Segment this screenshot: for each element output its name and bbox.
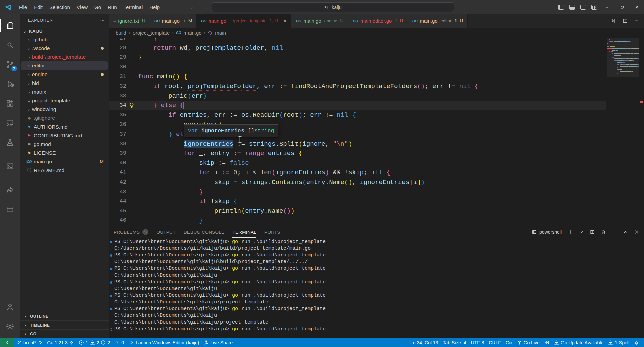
code-text[interactable]: } (138, 216, 203, 226)
split-terminal[interactable] (590, 229, 595, 235)
tree-item-readme.md[interactable]: ⓘREADME.md (21, 166, 108, 175)
kill-terminal[interactable] (601, 229, 606, 235)
tree-item-.vscode[interactable]: ›.vscode (21, 44, 108, 53)
command-decoration-icon[interactable] (110, 281, 112, 284)
breadcrumb-item[interactable]: main.go (183, 30, 201, 36)
status-eol[interactable]: CRLF (486, 340, 503, 345)
activity-live-share[interactable] (2, 182, 18, 198)
code-text[interactable]: skip = strings.Contains(entry.Name(), ig… (138, 178, 425, 187)
menu-edit[interactable]: Edit (31, 0, 46, 14)
activity-testing[interactable] (2, 134, 18, 150)
activity-extensions[interactable] (2, 95, 18, 111)
code-line-41[interactable]: 41 for i := 0; i < len(ignoreEntries) &&… (109, 168, 606, 178)
tree-item-go.mod[interactable]: ≡go.mod (21, 140, 108, 149)
customize-layout-icon[interactable] (591, 5, 597, 10)
code-text[interactable]: skip := false (138, 158, 249, 168)
code-text[interactable]: func main() { (138, 72, 187, 82)
terminal-picker[interactable] (579, 229, 584, 235)
code-text[interactable]: for _, entry := range entries { (138, 149, 302, 158)
tab-main-go-2[interactable]: GOmain.go...\project_template1, U✕ (197, 14, 291, 28)
section-go[interactable]: ›GO (20, 329, 109, 338)
tree-item-main.go[interactable]: GOmain.goM (21, 157, 108, 166)
code-text[interactable]: } el (138, 130, 184, 139)
section-outline[interactable]: ›OUTLINE (20, 312, 109, 320)
tree-item-license[interactable]: ⚑LICENSE (21, 149, 108, 157)
menu-go[interactable]: Go (91, 0, 104, 14)
menu-view[interactable]: View (73, 0, 91, 14)
status-go-version[interactable]: Go 1.21.3 (45, 338, 76, 347)
code-line-40[interactable]: 40 skip := false (109, 158, 606, 168)
command-decoration-icon[interactable] (110, 295, 112, 297)
more-actions[interactable] (612, 229, 617, 235)
command-decoration-icon[interactable] (110, 328, 112, 331)
breadcrumb[interactable]: build›project_template›GOmain.go›main (109, 28, 644, 38)
tree-item-build-project-template[interactable]: ›build \ project_template (21, 53, 108, 61)
breadcrumb-item[interactable]: main (215, 30, 226, 36)
activity-run-debug[interactable] (2, 76, 18, 92)
code-line-46[interactable]: 46 } (109, 216, 606, 226)
tab-ignore-txt-0[interactable]: ≡ignore.txtU (109, 14, 150, 28)
tab-main-go-5[interactable]: GOmain.goeditor1, U (408, 14, 468, 28)
code-line-31[interactable]: 31func main() { (109, 72, 606, 82)
breadcrumb-item[interactable]: build (116, 30, 126, 36)
toggle-sidebar-icon[interactable] (558, 5, 564, 10)
tab-main-go-1[interactable]: GOmain.go.\M (150, 14, 197, 28)
code-line-37[interactable]: 37 } el (109, 130, 606, 139)
code-line-32[interactable]: 32 if root, projTemplateFolder, err := f… (109, 82, 606, 91)
panel-tab-terminal[interactable]: TERMINAL (232, 226, 256, 238)
remote-indicator[interactable] (0, 338, 14, 347)
activity-source-control[interactable]: 7 (2, 56, 18, 72)
code-text[interactable]: println(entry.Name()) (138, 206, 295, 216)
tree-item-editor[interactable]: ›editor (21, 61, 108, 70)
code-line-34[interactable]: 34 } else { (109, 101, 606, 110)
code-line-42[interactable]: 42 skip = strings.Contains(entry.Name(),… (109, 178, 606, 187)
status-indentation[interactable]: Tab Size: 4 (440, 340, 468, 345)
activity-remote-explorer[interactable] (2, 115, 18, 131)
activity-search[interactable] (2, 37, 18, 53)
status-encoding[interactable]: UTF-8 (469, 340, 487, 345)
command-center-search[interactable]: kaiju (212, 2, 454, 12)
activity-custom-view[interactable] (2, 201, 18, 217)
code-line-39[interactable]: 39 for _, entry := range entries { (109, 149, 606, 158)
code-text[interactable]: return wd, projTemplateFolder, nil (138, 43, 283, 53)
activity-accounts[interactable] (2, 299, 18, 315)
status-live-share[interactable]: Live Share (201, 338, 235, 347)
close-panel[interactable] (634, 229, 639, 235)
tree-item-contributing.md[interactable]: ⚑CONTRIBUTING.md (21, 131, 108, 140)
menu-help[interactable]: Help (146, 0, 163, 14)
panel-tab-problems[interactable]: PROBLEMS5 (114, 226, 148, 238)
status-go-update[interactable]: Go Update Available (552, 340, 606, 345)
code-line-38[interactable]: 38 ignoreEntries := strings.Split(ignore… (109, 139, 606, 149)
status-spell-checker[interactable]: 1 Spell (606, 340, 632, 345)
activity-terminal-view[interactable] (2, 158, 18, 175)
command-decoration-icon[interactable] (110, 254, 112, 257)
toggle-secondary-sidebar-icon[interactable] (580, 5, 586, 10)
code-line-28[interactable]: 28 return wd, projTemplateFolder, nil (109, 43, 606, 53)
code-line-43[interactable]: 43 } (109, 187, 606, 197)
menu-selection[interactable]: Selection (46, 0, 73, 14)
tree-item-engine[interactable]: ›engine (21, 70, 108, 79)
breadcrumb-item[interactable]: project_template (132, 30, 170, 36)
panel-tab-ports[interactable]: PORTS (264, 226, 280, 238)
command-decoration-icon[interactable] (110, 308, 112, 310)
tree-item-matrix[interactable]: ›matrix (21, 88, 108, 96)
code-text[interactable]: } (138, 187, 203, 197)
tree-item-project-template[interactable]: ⌄project_template (21, 96, 108, 105)
terminal-output[interactable]: PS C:\Users\brent\Documents\git\kaiju> g… (109, 238, 644, 338)
activity-settings[interactable] (2, 318, 18, 335)
status-git-branch[interactable]: brent* (14, 338, 45, 347)
tab-main-editor-go-4[interactable]: GOmain.editor.go1, U (348, 14, 408, 28)
status-cursor-position[interactable]: Ln 34, Col 13 (408, 340, 440, 345)
section-timeline[interactable]: ›TIMELINE (20, 320, 109, 329)
more-actions[interactable] (634, 18, 639, 24)
code-text[interactable]: if root, projTemplateFolder, err := find… (138, 82, 478, 91)
code-line-35[interactable]: 35 if entries, err := os.ReadDir(root); … (109, 110, 606, 120)
window-minimize-icon[interactable] (600, 0, 614, 14)
code-editor[interactable]: 27 }28 return wd, projTemplateFolder, ni… (109, 38, 644, 226)
command-decoration-icon[interactable] (110, 268, 112, 270)
maximize-panel[interactable] (623, 229, 628, 235)
panel-tab-debug-console[interactable]: DEBUG CONSOLE (184, 226, 225, 238)
command-decoration-icon[interactable] (110, 241, 112, 243)
code-text[interactable]: for i := 0; i < len(ignoreEntries) && !s… (138, 168, 390, 178)
minimap[interactable] (607, 38, 639, 226)
